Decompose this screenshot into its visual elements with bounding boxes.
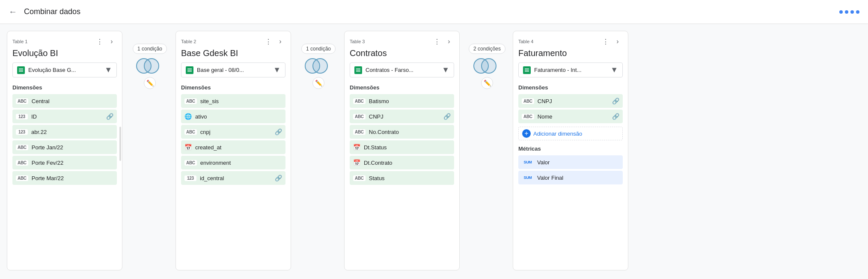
- back-button[interactable]: ←: [9, 7, 17, 17]
- table3-source-select[interactable]: Contratos - Farso... ▼: [350, 62, 454, 77]
- field-name: cnpj: [200, 129, 271, 135]
- calendar-icon: 📅: [353, 159, 360, 166]
- table2-more-button[interactable]: ⋮: [263, 36, 273, 47]
- join1-venn: [136, 57, 163, 74]
- list-item: ABC cnpj 🔗: [181, 125, 285, 139]
- table2-header: Table 2 ⋮ ›: [181, 36, 285, 47]
- table2-expand-button[interactable]: ›: [275, 36, 285, 47]
- list-item: 123 ID 🔗: [12, 110, 117, 123]
- calendar-icon: 📅: [184, 144, 192, 151]
- table2-actions: ⋮ ›: [263, 36, 285, 47]
- table1-more-button[interactable]: ⋮: [95, 36, 105, 47]
- link-icon: 🔗: [106, 113, 113, 120]
- field-name: site_sis: [200, 98, 282, 104]
- table4-name: Faturamento: [518, 48, 623, 58]
- venn-right-circle-3: [481, 58, 496, 74]
- field-type-badge: 123: [16, 129, 28, 135]
- table1-actions: ⋮ ›: [95, 36, 117, 47]
- field-type-badge: ABC: [353, 129, 366, 135]
- table1-name: Evolução BI: [12, 48, 117, 58]
- table4-field-list: ABC CNPJ 🔗 ABC Nome 🔗 + Adicionar dimens…: [518, 94, 623, 140]
- svg-rect-7: [187, 71, 192, 72]
- dot-2: [845, 10, 848, 14]
- table4-chevron-icon: ▼: [610, 65, 618, 74]
- table4-source-select[interactable]: Faturamento - Int... ▼: [518, 62, 623, 77]
- table1-source-select[interactable]: Evolução Base G... ▼: [12, 62, 117, 77]
- table2-source-name: Base geral - 08/0...: [197, 67, 270, 73]
- list-item: ABC Status: [350, 171, 454, 185]
- add-dimension-label: Adicionar dimensão: [533, 131, 582, 137]
- list-item: SUM Valor Final: [518, 171, 623, 184]
- field-name: Nome: [538, 113, 609, 120]
- scroll-track-1[interactable]: [119, 127, 121, 161]
- svg-rect-1: [19, 68, 23, 69]
- list-item: 📅 created_at: [181, 140, 285, 154]
- svg-rect-11: [356, 71, 360, 72]
- svg-rect-14: [525, 70, 529, 71]
- field-type-badge: ABC: [184, 98, 197, 104]
- table3-field-list: ABC Batismo ABC CNPJ 🔗 ABC No.Contrato 📅…: [350, 94, 454, 185]
- svg-rect-3: [19, 71, 23, 72]
- svg-rect-2: [19, 70, 23, 71]
- top-bar: ← Combinar dados: [0, 0, 868, 24]
- dot-3: [850, 10, 854, 14]
- field-name: Porte Mar/22: [32, 175, 113, 181]
- field-type-badge: ABC: [16, 145, 28, 150]
- dot-4: [856, 10, 859, 14]
- field-name: CNPJ: [538, 98, 609, 104]
- table4-more-button[interactable]: ⋮: [600, 36, 611, 47]
- svg-rect-5: [187, 68, 192, 69]
- field-type-badge: ABC: [16, 160, 28, 166]
- link-icon: 🔗: [275, 128, 282, 135]
- table1-expand-button[interactable]: ›: [107, 36, 117, 47]
- list-item: 123 abr.22: [12, 125, 117, 139]
- table2-label: Table 2: [181, 39, 196, 44]
- join-connector-3: 2 condições ✏️: [461, 31, 513, 89]
- field-name: id_central: [200, 175, 271, 181]
- table1-sheets-icon: [17, 66, 25, 74]
- svg-rect-13: [525, 68, 529, 69]
- field-type-badge: SUM: [522, 175, 534, 180]
- table3-more-button[interactable]: ⋮: [432, 36, 442, 47]
- field-type-badge: SUM: [522, 160, 534, 165]
- list-item: ABC CNPJ 🔗: [350, 110, 454, 123]
- globe-icon: 🌐: [184, 113, 192, 120]
- field-type-badge: ABC: [184, 129, 197, 135]
- table2-source-select[interactable]: Base geral - 08/0... ▼: [181, 62, 285, 77]
- svg-rect-6: [187, 70, 192, 71]
- join1-edit-button[interactable]: ✏️: [144, 77, 156, 89]
- list-item: ABC Batismo: [350, 94, 454, 108]
- table1-source-name: Evolução Base G...: [28, 67, 101, 73]
- field-name: created_at: [195, 144, 282, 151]
- field-name: Porte Jan/22: [32, 144, 113, 151]
- list-item: ABC Porte Mar/22: [12, 171, 117, 185]
- join3-edit-button[interactable]: ✏️: [481, 77, 493, 89]
- join2-venn: [305, 57, 332, 74]
- field-type-badge: ABC: [522, 98, 534, 104]
- field-type-badge: 123: [16, 114, 28, 119]
- list-item: 📅 Dt.Contrato: [350, 156, 454, 169]
- join2-edit-button[interactable]: ✏️: [312, 77, 324, 89]
- field-name: Porte Fev/22: [32, 160, 113, 166]
- list-item: ABC Porte Fev/22: [12, 156, 117, 169]
- add-icon: +: [522, 129, 531, 138]
- table4-header: Table 4 ⋮ ›: [518, 36, 623, 47]
- table2-name: Base Gdesk BI: [181, 48, 285, 58]
- table1-dimensoes-title: Dimensões: [12, 84, 117, 91]
- table3-label: Table 3: [350, 39, 365, 44]
- join-connector-2: 1 condição ✏️: [293, 31, 344, 89]
- table3-expand-button[interactable]: ›: [444, 36, 454, 47]
- table3-sheets-icon: [354, 66, 362, 74]
- table4-metrics-list: SUM Valor SUM Valor Final: [518, 155, 623, 184]
- join3-venn: [473, 57, 501, 74]
- link-icon: 🔗: [612, 98, 619, 104]
- list-item: ABC No.Contrato: [350, 125, 454, 139]
- list-item: 123 id_central 🔗: [181, 171, 285, 185]
- add-dimension-button[interactable]: + Adicionar dimensão: [518, 127, 623, 140]
- table1-field-list: ABC Central 123 ID 🔗 123 abr.22 ABC Port…: [12, 94, 117, 185]
- table4-expand-button[interactable]: ›: [612, 36, 623, 47]
- join2-badge: 1 condição: [301, 44, 336, 54]
- link-icon: 🔗: [443, 113, 451, 120]
- table1-label: Table 1: [12, 39, 27, 44]
- field-name: ativo: [195, 113, 282, 120]
